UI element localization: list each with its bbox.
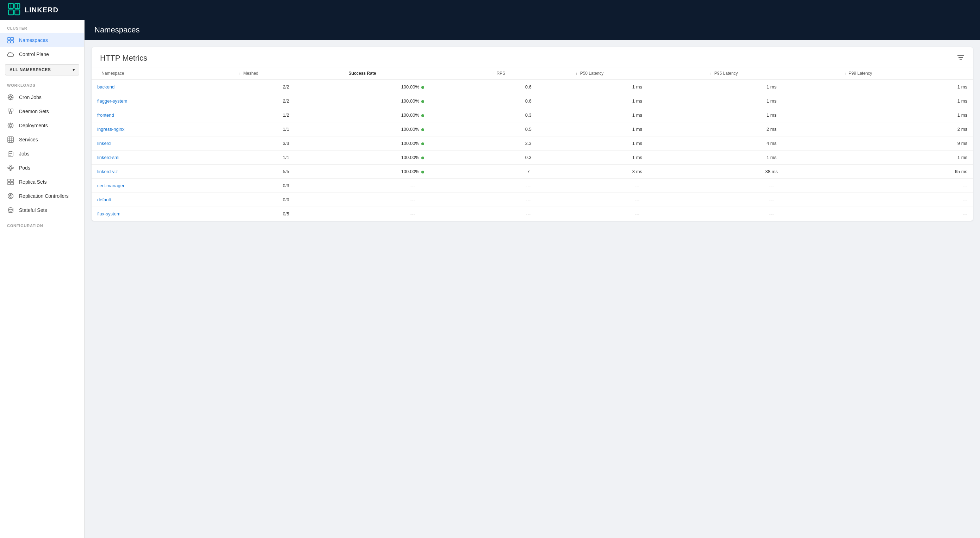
sidebar-item-replica-sets[interactable]: Replica Sets — [0, 175, 84, 189]
table-row: flagger-system 2/2 100.00% 0.6 1 ms 1 ms… — [92, 94, 973, 108]
cell-success-rate: 100.00% — [339, 94, 487, 108]
app-body: CLUSTER Namespaces Control Plane AL — [0, 20, 980, 538]
p95-value: 4 ms — [767, 140, 776, 146]
rps-value: 0.5 — [525, 126, 531, 132]
namespace-link[interactable]: default — [97, 197, 111, 202]
configuration-section-label: CONFIGURATION — [0, 217, 84, 231]
cell-namespace: backend — [92, 80, 233, 94]
sidebar-item-replication-controllers[interactable]: Replication Controllers — [0, 189, 84, 203]
namespace-link[interactable]: linkerd-viz — [97, 169, 118, 174]
cell-meshed: 1/1 — [233, 122, 339, 136]
cell-p50: 1 ms — [570, 80, 704, 94]
rps-value: 0.3 — [525, 112, 531, 118]
metrics-table: ↑ Namespace ↑ Meshed ↑ Success Rate — [92, 67, 973, 221]
p50-value: 3 ms — [632, 169, 642, 174]
namespace-dropdown[interactable]: ALL NAMESPACES ▾ — [5, 64, 79, 75]
na-value: --- — [526, 197, 530, 202]
cloud-icon — [7, 51, 14, 58]
namespace-link[interactable]: linkerd — [97, 140, 111, 146]
cell-meshed: 0/3 — [233, 179, 339, 193]
cell-p99: 1 ms — [839, 94, 973, 108]
col-success-rate[interactable]: ↑ Success Rate — [339, 67, 487, 80]
cell-namespace: flux-system — [92, 207, 233, 221]
cell-p99: 1 ms — [839, 150, 973, 164]
cell-p50: --- — [570, 207, 704, 221]
success-rate-value: 100.00% — [401, 126, 419, 132]
sidebar-item-cron-jobs[interactable]: Cron Jobs — [0, 90, 84, 104]
cell-rps: --- — [487, 207, 570, 221]
pods-icon — [7, 164, 14, 171]
col-p50[interactable]: ↑ P50 Latency — [570, 67, 704, 80]
sidebar-item-daemon-sets[interactable]: Daemon Sets — [0, 104, 84, 118]
na-value: --- — [526, 211, 530, 217]
content-area: Namespaces HTTP Metrics — [84, 20, 980, 538]
namespace-link[interactable]: ingress-nginx — [97, 126, 124, 132]
svg-point-33 — [10, 169, 11, 171]
col-p99[interactable]: ↑ P99 Latency — [839, 67, 973, 80]
sort-arrow-p50: ↑ — [576, 72, 578, 75]
success-rate-value: 100.00% — [401, 112, 419, 118]
sidebar-item-control-plane[interactable]: Control Plane — [0, 47, 84, 61]
success-dot — [421, 128, 424, 131]
workloads-section-label: WORKLOADS — [0, 77, 84, 90]
namespace-link[interactable]: flux-system — [97, 211, 121, 217]
success-dot — [421, 171, 424, 174]
svg-rect-39 — [11, 182, 13, 185]
p95-value: 2 ms — [767, 126, 776, 132]
sidebar-item-namespaces[interactable]: Namespaces — [0, 33, 84, 47]
grid-icon — [7, 37, 14, 44]
cell-p50: 1 ms — [570, 94, 704, 108]
na-value: --- — [963, 197, 967, 202]
p95-value: 1 ms — [767, 98, 776, 104]
na-value: --- — [635, 197, 640, 202]
sidebar-item-deployments[interactable]: Deployments — [0, 118, 84, 133]
namespace-link[interactable]: cert-manager — [97, 183, 124, 188]
cell-success-rate: --- — [339, 193, 487, 207]
sidebar-item-jobs[interactable]: Jobs — [0, 147, 84, 161]
col-rps[interactable]: ↑ RPS — [487, 67, 570, 80]
table-row: default 0/0 --- --- --- --- --- — [92, 193, 973, 207]
namespace-link[interactable]: frontend — [97, 112, 114, 118]
cell-p99: 65 ms — [839, 164, 973, 179]
cell-p50: --- — [570, 179, 704, 193]
na-value: --- — [769, 183, 774, 188]
p50-value: 1 ms — [632, 98, 642, 104]
sidebar-label-cron-jobs: Cron Jobs — [19, 94, 41, 100]
namespace-link[interactable]: backend — [97, 84, 115, 89]
success-dot — [421, 142, 424, 145]
cron-icon — [7, 94, 14, 101]
svg-rect-37 — [11, 179, 13, 182]
p99-value: 1 ms — [958, 98, 967, 104]
rps-value: 0.6 — [525, 98, 531, 104]
daemon-icon — [7, 108, 14, 115]
p50-value: 1 ms — [632, 112, 642, 118]
table-row: ingress-nginx 1/1 100.00% 0.5 1 ms 2 ms … — [92, 122, 973, 136]
cell-success-rate: 100.00% — [339, 150, 487, 164]
svg-point-20 — [10, 125, 12, 127]
p99-value: 65 ms — [955, 169, 967, 174]
svg-rect-2 — [8, 10, 13, 15]
svg-rect-9 — [11, 40, 13, 43]
sidebar-item-pods[interactable]: Pods — [0, 161, 84, 175]
success-rate-value: 100.00% — [401, 140, 419, 146]
namespace-link[interactable]: linkerd-smi — [97, 155, 119, 160]
p95-value: 38 ms — [765, 169, 778, 174]
table-row: flux-system 0/5 --- --- --- --- --- — [92, 207, 973, 221]
sidebar-item-stateful-sets[interactable]: Stateful Sets — [0, 203, 84, 217]
sidebar-label-control-plane: Control Plane — [19, 51, 49, 57]
namespace-link[interactable]: flagger-system — [97, 98, 127, 104]
sidebar-item-services[interactable]: Services — [0, 133, 84, 147]
p99-value: 2 ms — [958, 126, 967, 132]
na-value: --- — [963, 211, 967, 217]
cell-namespace: linkerd — [92, 136, 233, 150]
cell-success-rate: 100.00% — [339, 80, 487, 94]
cell-p95: 4 ms — [705, 136, 839, 150]
col-namespace[interactable]: ↑ Namespace — [92, 67, 233, 80]
col-meshed[interactable]: ↑ Meshed — [233, 67, 339, 80]
sort-arrow-p99: ↑ — [845, 72, 846, 75]
cell-namespace: linkerd-viz — [92, 164, 233, 179]
filter-icon[interactable] — [957, 54, 964, 62]
col-p95[interactable]: ↑ P95 Latency — [705, 67, 839, 80]
p95-value: 1 ms — [767, 155, 776, 160]
svg-rect-18 — [10, 112, 12, 114]
